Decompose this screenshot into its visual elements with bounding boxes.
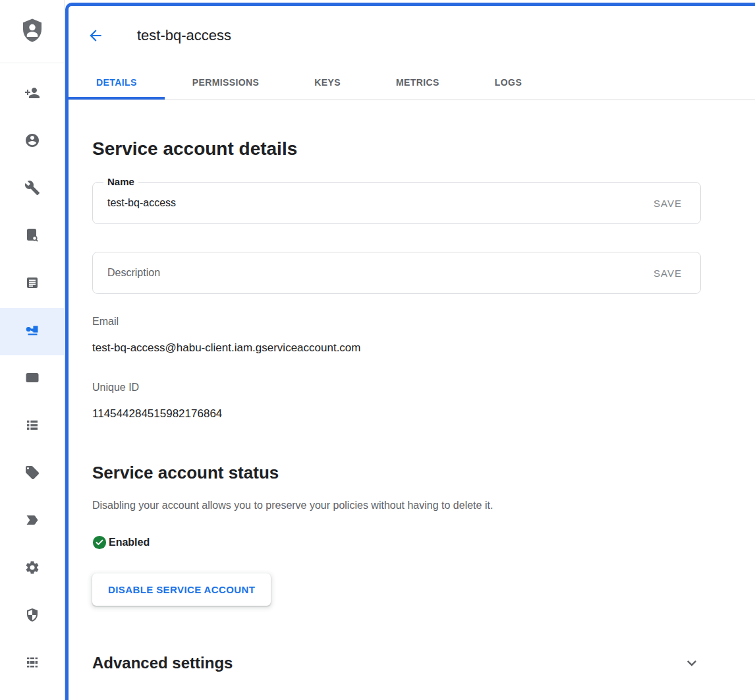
sidebar-item-tags[interactable] bbox=[0, 498, 64, 545]
tab-metrics[interactable]: METRICS bbox=[368, 65, 467, 100]
document-search-icon bbox=[24, 227, 40, 246]
striped-panel-icon bbox=[24, 655, 40, 673]
description-field: SAVE bbox=[92, 252, 701, 294]
details-content: Service account details Name SAVE SAVE E… bbox=[69, 137, 755, 673]
tab-details[interactable]: DETAILS bbox=[69, 65, 165, 100]
name-field: Name SAVE bbox=[92, 182, 701, 224]
list-icon bbox=[24, 417, 40, 436]
name-field-label: Name bbox=[103, 175, 138, 189]
advanced-settings-row[interactable]: Advanced settings bbox=[92, 653, 701, 673]
arrow-back-icon bbox=[87, 27, 104, 44]
sidebar-item-privacy-security[interactable] bbox=[0, 593, 64, 640]
email-label: Email bbox=[92, 315, 701, 328]
sidebar-item-service-accounts[interactable] bbox=[0, 308, 64, 355]
iam-shield-logo bbox=[18, 16, 46, 47]
description-save-button[interactable]: SAVE bbox=[643, 268, 682, 279]
sidebar-item-policy-troubleshooter[interactable] bbox=[0, 165, 64, 213]
person-add-icon bbox=[24, 85, 40, 103]
iam-admin-sidebar bbox=[0, 0, 65, 700]
disable-service-account-button[interactable]: DISABLE SERVICE ACCOUNT bbox=[92, 573, 271, 606]
wrench-icon bbox=[24, 180, 40, 198]
iam-admin-logo-cell[interactable] bbox=[0, 0, 64, 63]
sidebar-item-identity-organization[interactable] bbox=[0, 118, 64, 165]
tab-keys[interactable]: KEYS bbox=[287, 65, 368, 100]
check-circle-icon bbox=[92, 535, 107, 550]
email-block: Email test-bq-access@habu-client.iam.gse… bbox=[92, 315, 701, 356]
sidebar-item-organization-policies[interactable] bbox=[0, 260, 64, 308]
badge-card-icon bbox=[24, 370, 40, 388]
details-section-title: Service account details bbox=[92, 137, 701, 161]
name-input[interactable] bbox=[107, 197, 643, 209]
status-section-title: Service account status bbox=[92, 461, 701, 484]
sidebar-item-settings[interactable] bbox=[0, 545, 64, 593]
gear-icon bbox=[24, 560, 40, 578]
page-header: test-bq-access bbox=[69, 6, 755, 65]
tab-bar: DETAILS PERMISSIONS KEYS METRICS LOGS bbox=[69, 65, 755, 100]
unique-id-label: Unique ID bbox=[92, 381, 701, 394]
status-enabled-row: Enabled bbox=[92, 535, 701, 550]
sidebar-item-iam[interactable] bbox=[0, 71, 64, 118]
sidebar-item-policy-analyzer[interactable] bbox=[0, 213, 64, 260]
sidebar-item-roles[interactable] bbox=[0, 403, 64, 450]
unique-id-value: 114544284515982176864 bbox=[92, 406, 701, 422]
arrow-label-icon bbox=[24, 512, 40, 531]
tab-permissions[interactable]: PERMISSIONS bbox=[165, 65, 287, 100]
description-input[interactable] bbox=[107, 267, 643, 279]
sidebar-item-labels[interactable] bbox=[0, 450, 64, 498]
name-save-button[interactable]: SAVE bbox=[643, 198, 682, 209]
advanced-settings-title: Advanced settings bbox=[92, 653, 233, 673]
chevron-down-icon[interactable] bbox=[683, 654, 701, 672]
document-lines-icon bbox=[24, 275, 40, 293]
email-value: test-bq-access@habu-client.iam.gservicea… bbox=[92, 340, 701, 356]
sidebar-item-workload-identity-federation[interactable] bbox=[0, 355, 64, 403]
status-description: Disabling your account allows you to pre… bbox=[92, 498, 701, 513]
service-accounts-key-icon bbox=[24, 322, 40, 341]
sidebar-nav bbox=[0, 63, 64, 687]
service-account-panel: test-bq-access DETAILS PERMISSIONS KEYS … bbox=[65, 3, 755, 700]
status-state-label: Enabled bbox=[109, 537, 150, 548]
tab-logs[interactable]: LOGS bbox=[467, 65, 549, 100]
tag-icon bbox=[24, 465, 40, 483]
back-button[interactable] bbox=[87, 27, 104, 44]
unique-id-block: Unique ID 114544284515982176864 bbox=[92, 381, 701, 422]
sidebar-item-identity-aware-proxy[interactable] bbox=[0, 640, 64, 687]
shield-half-icon bbox=[24, 607, 40, 626]
person-circle-icon bbox=[24, 132, 40, 151]
page-title: test-bq-access bbox=[137, 27, 231, 44]
